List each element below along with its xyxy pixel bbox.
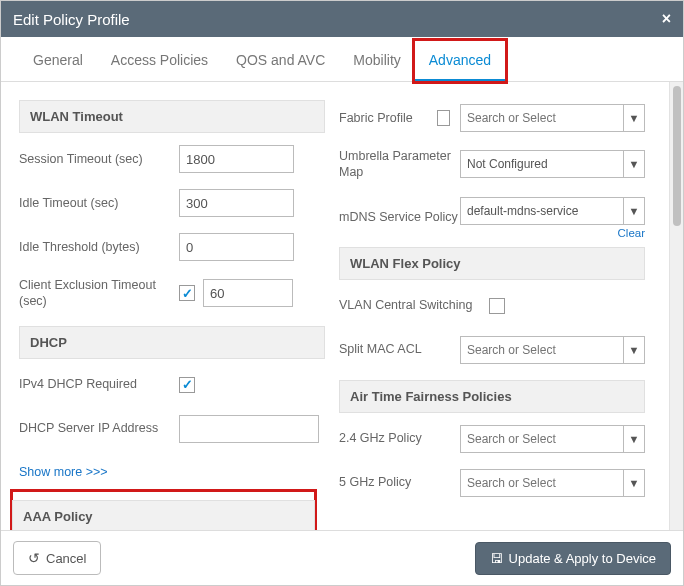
session-timeout-label: Session Timeout (sec): [19, 151, 179, 167]
split-mac-dropdown-icon[interactable]: ▼: [623, 336, 645, 364]
cancel-icon: [28, 550, 40, 566]
split-mac-acl-label: Split MAC ACL: [339, 341, 460, 357]
save-icon: [490, 551, 503, 566]
cancel-button-label: Cancel: [46, 551, 86, 566]
mdns-service-policy-label: mDNS Service Policy: [339, 209, 460, 225]
tabs-row: General Access Policies QOS and AVC Mobi…: [1, 41, 683, 82]
vlan-central-switching-label: VLAN Central Switching: [339, 297, 489, 313]
vlan-central-switching-checkbox[interactable]: [489, 298, 505, 314]
scrollbar-thumb[interactable]: [673, 86, 681, 226]
split-mac-acl-select[interactable]: [460, 336, 623, 364]
update-apply-label: Update & Apply to Device: [509, 551, 656, 566]
window-title: Edit Policy Profile: [13, 11, 130, 28]
air-time-fairness-header: Air Time Fairness Policies: [339, 380, 645, 413]
aaa-policy-header: AAA Policy: [12, 500, 315, 531]
umbrella-dropdown-icon[interactable]: ▼: [623, 150, 645, 178]
ipv4-dhcp-required-label: IPv4 DHCP Required: [19, 376, 179, 392]
mdns-clear-link[interactable]: Clear: [460, 227, 645, 239]
show-more-link[interactable]: Show more >>>: [19, 465, 108, 479]
tab-access-policies[interactable]: Access Policies: [97, 41, 222, 81]
idle-threshold-input[interactable]: [179, 233, 294, 261]
wlan-timeout-header: WLAN Timeout: [19, 100, 325, 133]
24ghz-policy-select[interactable]: [460, 425, 623, 453]
client-exclusion-checkbox[interactable]: [179, 285, 195, 301]
fabric-profile-dropdown-icon[interactable]: ▼: [623, 104, 645, 132]
dhcp-server-ip-input[interactable]: [179, 415, 319, 443]
ipv4-dhcp-required-checkbox[interactable]: [179, 377, 195, 393]
vertical-scrollbar[interactable]: [669, 82, 683, 530]
5ghz-policy-select[interactable]: [460, 469, 623, 497]
tab-advanced[interactable]: Advanced: [415, 41, 505, 81]
5ghz-policy-label: 5 GHz Policy: [339, 474, 460, 490]
cancel-button[interactable]: Cancel: [13, 541, 101, 575]
idle-timeout-input[interactable]: [179, 189, 294, 217]
advanced-panel: WLAN Timeout Session Timeout (sec) Idle …: [1, 82, 669, 530]
mdns-service-policy-select[interactable]: [460, 197, 623, 225]
aaa-policy-highlight: AAA Policy Allow AAA Override: [10, 489, 317, 531]
titlebar: Edit Policy Profile ×: [1, 1, 683, 37]
fabric-profile-label: Fabric Profile: [339, 110, 437, 126]
idle-timeout-label: Idle Timeout (sec): [19, 195, 179, 211]
umbrella-param-map-select[interactable]: [460, 150, 623, 178]
dhcp-header: DHCP: [19, 326, 325, 359]
edit-policy-profile-window: Edit Policy Profile × General Access Pol…: [0, 0, 684, 586]
tab-qos-avc[interactable]: QOS and AVC: [222, 41, 339, 81]
right-column: Fabric Profile ▼ Umbrella Parameter Map …: [339, 92, 659, 530]
5ghz-dropdown-icon[interactable]: ▼: [623, 469, 645, 497]
fabric-profile-checkbox[interactable]: [437, 110, 450, 126]
idle-threshold-label: Idle Threshold (bytes): [19, 239, 179, 255]
client-exclusion-label: Client Exclusion Timeout (sec): [19, 277, 179, 310]
tab-general[interactable]: General: [19, 41, 97, 81]
fabric-profile-select[interactable]: [460, 104, 623, 132]
24ghz-policy-label: 2.4 GHz Policy: [339, 430, 460, 446]
mdns-dropdown-icon[interactable]: ▼: [623, 197, 645, 225]
24ghz-dropdown-icon[interactable]: ▼: [623, 425, 645, 453]
session-timeout-input[interactable]: [179, 145, 294, 173]
tab-mobility[interactable]: Mobility: [339, 41, 414, 81]
wlan-flex-policy-header: WLAN Flex Policy: [339, 247, 645, 280]
close-icon[interactable]: ×: [662, 10, 671, 28]
update-apply-button[interactable]: Update & Apply to Device: [475, 542, 671, 575]
left-column: WLAN Timeout Session Timeout (sec) Idle …: [19, 92, 339, 530]
umbrella-param-map-label: Umbrella Parameter Map: [339, 148, 460, 181]
client-exclusion-input[interactable]: [203, 279, 293, 307]
dhcp-server-ip-label: DHCP Server IP Address: [19, 420, 179, 436]
footer: Cancel Update & Apply to Device: [1, 530, 683, 585]
